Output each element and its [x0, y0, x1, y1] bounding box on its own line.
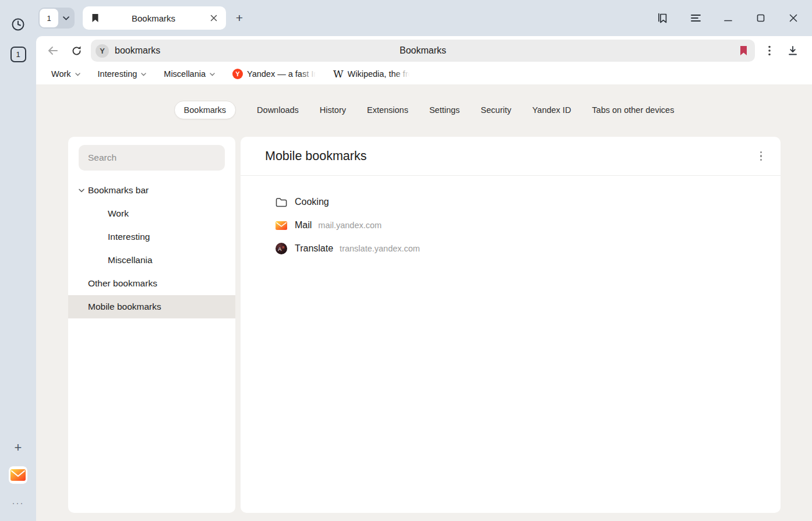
bookmark-name: Mail — [295, 220, 312, 231]
tab-yandex-id[interactable]: Yandex ID — [532, 105, 571, 115]
bookmark-list: Cooking Mail — [241, 176, 781, 260]
tab-history[interactable]: History — [320, 105, 346, 115]
bookmark-name: Cooking — [295, 197, 329, 207]
tree-item-miscellania[interactable]: Miscellania — [68, 249, 235, 272]
tab-count: 1 — [40, 9, 58, 27]
folder-label: Miscellania — [164, 69, 206, 79]
tab-settings[interactable]: Settings — [429, 105, 460, 115]
rail-more-dots[interactable]: ··· — [9, 493, 27, 512]
browser-body: Y bookmarks Bookmarks Work — [36, 36, 812, 521]
bookmark-name: Translate — [295, 243, 333, 254]
detail-kebab-icon[interactable] — [760, 151, 762, 161]
main-column: 1 Bookmarks + — [36, 0, 812, 521]
toolbar-kebab-icon[interactable] — [761, 42, 778, 59]
bookmarks-bar: Work Interesting Miscellania — [36, 65, 812, 84]
site-favicon: Y — [96, 44, 109, 58]
tab-extensions[interactable]: Extensions — [367, 105, 408, 115]
link-label: Yandex — a fast In — [247, 69, 316, 79]
tab-security[interactable]: Security — [481, 105, 511, 115]
browser-window: 1 + ··· 1 — [0, 0, 812, 521]
toolbar: Y bookmarks Bookmarks — [36, 36, 812, 65]
bookmark-url: translate.yandex.com — [340, 244, 420, 253]
detail-header: Mobile bookmarks — [241, 137, 781, 176]
folder-icon — [274, 197, 288, 207]
tab-bookmarks[interactable]: Bookmarks — [174, 101, 236, 119]
tab-strip: 1 Bookmarks + — [36, 0, 812, 36]
new-tab-button[interactable]: + — [231, 9, 248, 27]
list-item-cooking[interactable]: Cooking — [241, 190, 781, 214]
bookmark-tab-icon — [91, 13, 100, 23]
bookmarks-bar-folder-interesting[interactable]: Interesting — [98, 69, 147, 79]
rail-add-button[interactable]: + — [9, 438, 27, 457]
bookmarks-bar-folder-miscellania[interactable]: Miscellania — [164, 69, 215, 79]
bookmark-flag-icon[interactable] — [739, 45, 748, 56]
bookmarks-bar-link-yandex[interactable]: Y Yandex — a fast In — [232, 69, 316, 79]
yandex-translate-favicon: A я — [274, 242, 288, 255]
bookmarks-bar-folder-work[interactable]: Work — [51, 69, 80, 79]
tree-label: Work — [108, 208, 129, 219]
yandex-mail-icon[interactable] — [9, 466, 27, 484]
menu-hamburger-icon[interactable] — [689, 11, 702, 25]
tab-group-button[interactable]: 1 — [38, 8, 75, 29]
link-label: Wikipedia, the free — [348, 69, 409, 79]
folders-sidebar: Bookmarks bar Work Interesting Miscellan… — [68, 137, 235, 513]
folder-label: Work — [51, 69, 71, 79]
svg-text:я: я — [282, 245, 284, 249]
workspace-label: 1 — [16, 50, 20, 59]
downloads-icon[interactable] — [784, 42, 802, 59]
tab-downloads[interactable]: Downloads — [257, 105, 299, 115]
window-controls — [656, 11, 800, 25]
bookmarks-manager-content: Bookmarks Downloads History Extensions S… — [36, 84, 812, 521]
close-window-icon[interactable] — [786, 11, 800, 25]
close-tab-icon[interactable] — [207, 12, 220, 24]
reload-icon[interactable] — [68, 42, 85, 59]
tree-label: Mobile bookmarks — [88, 302, 161, 312]
bookmarks-bar-link-wikipedia[interactable]: W Wikipedia, the free — [333, 68, 409, 80]
chevron-down-icon — [210, 73, 215, 76]
detail-title: Mobile bookmarks — [265, 149, 366, 164]
tab-title: Bookmarks — [100, 13, 207, 23]
svg-text:A: A — [278, 246, 281, 252]
manager-nav-tabs: Bookmarks Downloads History Extensions S… — [36, 84, 812, 119]
left-rail: 1 + ··· — [0, 0, 36, 521]
chevron-down-icon — [75, 73, 80, 76]
history-clock-icon[interactable] — [9, 15, 27, 34]
page-title: Bookmarks — [91, 45, 755, 56]
tree-item-bookmarks-bar[interactable]: Bookmarks bar — [68, 179, 235, 202]
chevron-down-icon — [141, 73, 146, 76]
tree-item-work[interactable]: Work — [68, 202, 235, 225]
tree-label: Bookmarks bar — [88, 185, 149, 196]
minimize-icon[interactable] — [721, 11, 735, 25]
tree-item-other-bookmarks[interactable]: Other bookmarks — [68, 272, 235, 295]
side-panel-bookmark-icon[interactable] — [656, 11, 670, 25]
plus-icon: + — [15, 441, 22, 454]
tree-label: Miscellania — [108, 255, 153, 265]
bookmarks-detail-panel: Mobile bookmarks Cooking — [241, 137, 781, 513]
bookmark-url: mail.yandex.com — [318, 221, 382, 230]
url-text: bookmarks — [115, 45, 160, 56]
maximize-icon[interactable] — [754, 11, 768, 25]
workspace-1-button[interactable]: 1 — [10, 47, 26, 62]
plus-icon: + — [236, 11, 243, 25]
yandex-mail-favicon — [274, 221, 288, 230]
tree-label: Other bookmarks — [88, 278, 157, 289]
ellipsis-icon: ··· — [12, 498, 24, 508]
list-item-translate[interactable]: A я Translate translate.yandex.com — [241, 237, 781, 260]
chevron-down-icon[interactable] — [58, 9, 73, 27]
panels: Bookmarks bar Work Interesting Miscellan… — [36, 137, 812, 521]
back-arrow-icon[interactable] — [44, 42, 62, 59]
chevron-down-icon[interactable] — [79, 189, 87, 193]
tab-other-devices[interactable]: Tabs on other devices — [592, 105, 674, 115]
tree-item-mobile-bookmarks[interactable]: Mobile bookmarks — [68, 295, 235, 318]
address-bar[interactable]: Y bookmarks Bookmarks — [91, 40, 755, 62]
wikipedia-favicon: W — [333, 68, 343, 80]
search-wrap — [68, 145, 235, 171]
tree-label: Interesting — [108, 232, 150, 242]
search-input[interactable] — [79, 145, 225, 171]
folder-label: Interesting — [98, 69, 137, 79]
list-item-mail[interactable]: Mail mail.yandex.com — [241, 214, 781, 237]
tree-item-interesting[interactable]: Interesting — [68, 225, 235, 249]
active-tab-bookmarks[interactable]: Bookmarks — [83, 6, 226, 30]
yandex-favicon: Y — [232, 69, 243, 79]
